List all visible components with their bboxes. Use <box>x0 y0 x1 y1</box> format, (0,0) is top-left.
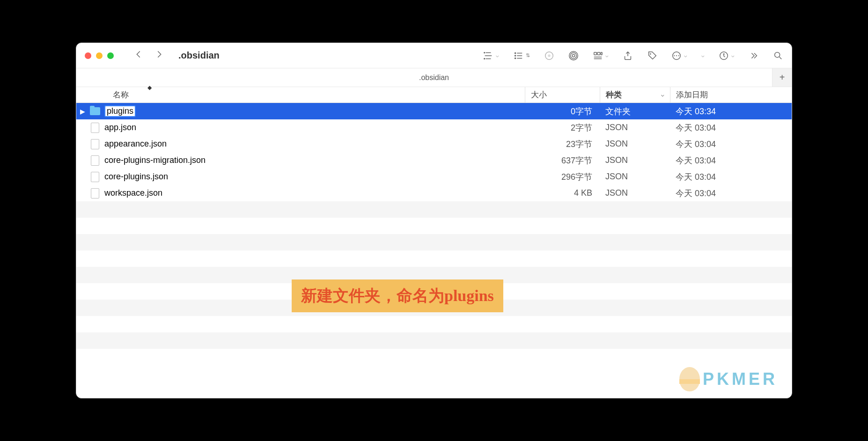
file-date: 今天 03:04 <box>670 171 792 183</box>
back-button[interactable] <box>133 49 144 62</box>
chevron-down-icon: ⌵ <box>661 92 664 98</box>
file-list: ▶plugins0字节文件夹今天 03:34▶app.json2字节JSON今天… <box>76 103 792 365</box>
dropdown-button[interactable]: ⌵ <box>701 52 705 59</box>
svg-point-6 <box>548 54 551 57</box>
svg-point-16 <box>676 55 677 56</box>
overflow-button[interactable] <box>749 51 759 61</box>
svg-point-2 <box>515 52 515 53</box>
svg-point-1 <box>484 58 485 59</box>
file-kind: JSON <box>600 188 670 198</box>
file-row[interactable]: ▶core-plugins.json296字节JSON今天 03:04 <box>76 169 792 185</box>
file-name[interactable]: app.json <box>102 123 525 132</box>
file-row[interactable]: ▶plugins0字节文件夹今天 03:34 <box>76 103 792 119</box>
column-date[interactable]: 添加日期 <box>670 87 792 103</box>
disclosure-icon: ▶ <box>76 140 88 148</box>
file-name[interactable]: plugins <box>102 105 525 117</box>
file-size: 4 KB <box>525 188 600 198</box>
forward-button[interactable] <box>154 49 164 62</box>
disclosure-icon: ▶ <box>76 173 88 181</box>
file-size: 23字节 <box>525 139 600 150</box>
file-name[interactable]: appearance.json <box>102 139 525 149</box>
empty-row <box>76 349 792 365</box>
chevron-down-icon: ⌵ <box>684 52 687 59</box>
svg-rect-10 <box>594 52 597 55</box>
maximize-button[interactable] <box>107 52 114 59</box>
file-row[interactable]: ▶app.json2字节JSON今天 03:04 <box>76 119 792 136</box>
traffic-lights <box>85 52 114 59</box>
file-size: 2字节 <box>525 122 600 133</box>
annotation-overlay: 新建文件夹，命名为plugins <box>292 279 503 312</box>
folder-title: .obsidian <box>178 50 220 61</box>
file-kind: 文件夹 <box>600 106 670 117</box>
minimize-button[interactable] <box>96 52 103 59</box>
toolbar: ⌵ ⇅ ⌵ ⌵ <box>483 51 783 61</box>
column-kind-label: 种类 <box>606 89 622 100</box>
svg-rect-11 <box>597 52 600 55</box>
svg-point-8 <box>571 52 577 59</box>
document-icon <box>88 123 102 133</box>
watermark-text: PKMER <box>703 369 778 389</box>
empty-row <box>76 332 792 349</box>
empty-row <box>76 250 792 267</box>
file-date: 今天 03:04 <box>670 188 792 199</box>
file-kind: JSON <box>600 172 670 182</box>
close-button[interactable] <box>85 52 91 59</box>
file-kind: JSON <box>600 155 670 165</box>
svg-point-13 <box>650 53 651 54</box>
nav-arrows <box>133 49 164 62</box>
file-date: 今天 03:34 <box>670 106 792 117</box>
document-icon <box>88 188 102 198</box>
titlebar: .obsidian ⌵ ⇅ ⌵ <box>76 43 792 68</box>
column-kind[interactable]: 种类 ⌵ <box>600 87 670 103</box>
group-button[interactable]: ⌵ <box>483 51 499 61</box>
search-button[interactable] <box>773 51 783 61</box>
file-row[interactable]: ▶core-plugins-migration.json637字节JSON今天 … <box>76 152 792 169</box>
svg-point-17 <box>678 55 679 56</box>
file-date: 今天 03:04 <box>670 155 792 166</box>
path-label: .obsidian <box>419 74 449 82</box>
logo-icon <box>679 367 700 391</box>
svg-point-7 <box>572 54 575 57</box>
folder-icon <box>88 107 102 115</box>
view-button[interactable]: ⇅ <box>513 51 530 61</box>
finder-window: .obsidian ⌵ ⇅ ⌵ <box>76 43 792 398</box>
svg-point-4 <box>515 58 515 59</box>
chevron-down-icon: ⌵ <box>731 52 735 59</box>
burn-button[interactable] <box>544 51 554 61</box>
file-size: 296字节 <box>525 171 600 183</box>
file-kind: JSON <box>600 139 670 149</box>
file-row[interactable]: ▶workspace.json4 KBJSON今天 03:04 <box>76 185 792 201</box>
share-button[interactable] <box>623 51 633 61</box>
disclosure-icon: ▶ <box>76 124 88 132</box>
empty-row <box>76 316 792 332</box>
file-name[interactable]: workspace.json <box>102 188 525 198</box>
empty-row <box>76 201 792 218</box>
disclosure-icon[interactable]: ▶ <box>76 108 88 115</box>
empty-row <box>76 218 792 234</box>
disclosure-icon: ▶ <box>76 157 88 164</box>
document-icon <box>88 139 102 149</box>
chevron-down-icon: ⌵ <box>701 52 705 59</box>
svg-point-0 <box>484 52 485 53</box>
svg-point-19 <box>775 52 780 57</box>
chevron-down-icon: ⌵ <box>496 52 499 59</box>
airdrop-button[interactable] <box>568 51 579 61</box>
arrange-button[interactable]: ⌵ <box>593 51 609 61</box>
recent-button[interactable]: ⌵ <box>719 51 735 61</box>
file-date: 今天 03:04 <box>670 139 792 150</box>
empty-row <box>76 234 792 250</box>
svg-rect-12 <box>601 52 602 55</box>
tag-button[interactable] <box>647 51 657 61</box>
column-size[interactable]: 大小 <box>525 87 600 103</box>
file-kind: JSON <box>600 123 670 132</box>
chevron-down-icon: ⌵ <box>605 52 609 59</box>
file-row[interactable]: ▶appearance.json23字节JSON今天 03:04 <box>76 136 792 152</box>
disclosure-icon: ▶ <box>76 190 88 197</box>
path-bar: .obsidian + <box>76 68 792 87</box>
file-name[interactable]: core-plugins.json <box>102 172 525 182</box>
action-button[interactable]: ⌵ <box>671 51 687 61</box>
file-size: 637字节 <box>525 155 600 166</box>
column-name[interactable]: 名称 <box>76 89 525 100</box>
file-name[interactable]: core-plugins-migration.json <box>102 155 525 165</box>
new-tab-button[interactable]: + <box>772 68 792 87</box>
